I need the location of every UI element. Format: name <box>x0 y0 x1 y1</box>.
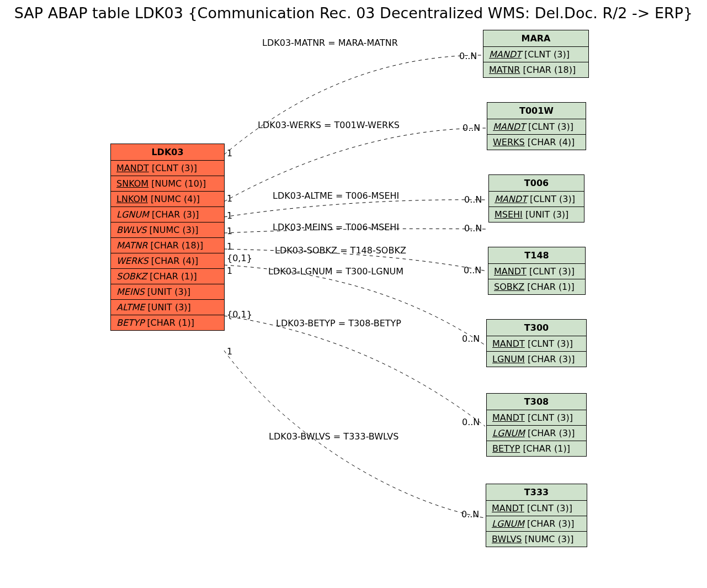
field-row: ALTME [UNIT (3)] <box>111 300 224 315</box>
entity-header: T333 <box>486 484 587 501</box>
field-row: MANDT [CLNT (3)] <box>111 161 224 176</box>
entity-ldk03: LDK03 MANDT [CLNT (3)] SNKOM [NUMC (10)]… <box>110 144 225 331</box>
edge-label: LDK03-MATNR = MARA-MATNR <box>262 38 398 48</box>
entity-t333: T333 MANDT [CLNT (3)] LGNUM [CHAR (3)] B… <box>486 484 587 547</box>
field-row: BWLVS [NUMC (3)] <box>111 223 224 238</box>
field-row: BETYP [CHAR (1)] <box>111 315 224 330</box>
cardinality-left: 1 <box>227 266 232 276</box>
field-row: MANDT [CLNT (3)] <box>487 336 586 352</box>
cardinality-right: 0..N <box>461 509 479 520</box>
entity-t001w: T001W MANDT [CLNT (3)] WERKS [CHAR (4)] <box>487 102 586 150</box>
edge-label: LDK03-WERKS = T001W-WERKS <box>258 120 400 130</box>
cardinality-left: {0,1} <box>227 253 252 263</box>
cardinality-left: 1 <box>227 193 232 204</box>
edge-label: LDK03-BWLVS = T333-BWLVS <box>269 431 398 442</box>
field-row: SNKOM [NUMC (10)] <box>111 176 224 192</box>
field-row: SOBKZ [CHAR (1)] <box>111 269 224 284</box>
edge-label: LDK03-MEINS = T006-MSEHI <box>273 222 399 232</box>
connection-lines <box>0 0 707 588</box>
field-row: LNKOM [NUMC (4)] <box>111 192 224 207</box>
cardinality-left: 1 <box>227 241 232 252</box>
field-row: MANDT [CLNT (3)] <box>489 192 584 207</box>
entity-header: T148 <box>488 247 585 264</box>
cardinality-left: 1 <box>227 210 232 221</box>
field-row: BETYP [CHAR (1)] <box>487 441 586 456</box>
cardinality-right: 0..N <box>459 51 477 61</box>
field-row: MANDT [CLNT (3)] <box>487 410 586 426</box>
cardinality-right: 0..N <box>464 194 482 205</box>
cardinality-left: 1 <box>227 226 232 236</box>
cardinality-right: 0..N <box>462 417 480 427</box>
field-row: MANDT [CLNT (3)] <box>483 47 588 62</box>
field-row: WERKS [CHAR (4)] <box>111 253 224 269</box>
entity-header: LDK03 <box>111 144 224 161</box>
entity-header: T006 <box>489 175 584 192</box>
entity-header: MARA <box>483 30 588 47</box>
field-row: MANDT [CLNT (3)] <box>486 501 587 516</box>
entity-mara: MARA MANDT [CLNT (3)] MATNR [CHAR (18)] <box>483 30 589 78</box>
diagram-title: SAP ABAP table LDK03 {Communication Rec.… <box>0 4 707 22</box>
cardinality-left: 1 <box>227 148 232 158</box>
cardinality-left: {0,1} <box>227 309 252 320</box>
entity-t148: T148 MANDT [CLNT (3)] SOBKZ [CHAR (1)] <box>488 247 586 295</box>
entity-t300: T300 MANDT [CLNT (3)] LGNUM [CHAR (3)] <box>486 319 587 367</box>
entity-header: T308 <box>487 394 586 410</box>
field-row: MANDT [CLNT (3)] <box>488 264 585 279</box>
edge-label: LDK03-ALTME = T006-MSEHI <box>273 190 399 201</box>
cardinality-right: 0..N <box>464 223 482 234</box>
field-row: MATNR [CHAR (18)] <box>111 238 224 253</box>
cardinality-right: 0..N <box>464 265 481 276</box>
field-row: WERKS [CHAR (4)] <box>487 135 586 150</box>
cardinality-right: 0..N <box>463 123 480 133</box>
field-row: LGNUM [CHAR (3)] <box>487 352 586 367</box>
entity-header: T300 <box>487 320 586 336</box>
edge-label: LDK03-SOBKZ = T148-SOBKZ <box>275 245 406 256</box>
entity-t308: T308 MANDT [CLNT (3)] LGNUM [CHAR (3)] B… <box>486 393 587 457</box>
field-row: MSEHI [UNIT (3)] <box>489 207 584 222</box>
entity-header: T001W <box>487 103 586 119</box>
field-row: LGNUM [CHAR (3)] <box>486 516 587 532</box>
cardinality-left: 1 <box>227 346 232 357</box>
edge-label: LDK03-LGNUM = T300-LGNUM <box>268 266 403 277</box>
field-row: SOBKZ [CHAR (1)] <box>488 279 585 294</box>
cardinality-right: 0..N <box>462 333 480 344</box>
entity-t006: T006 MANDT [CLNT (3)] MSEHI [UNIT (3)] <box>488 174 584 223</box>
edge-label: LDK03-BETYP = T308-BETYP <box>276 318 401 329</box>
field-row: MEINS [UNIT (3)] <box>111 284 224 300</box>
field-row: MANDT [CLNT (3)] <box>487 119 586 135</box>
field-row: MATNR [CHAR (18)] <box>483 62 588 77</box>
field-row: BWLVS [NUMC (3)] <box>486 532 587 547</box>
field-row: LGNUM [CHAR (3)] <box>487 426 586 441</box>
field-row: LGNUM [CHAR (3)] <box>111 207 224 223</box>
